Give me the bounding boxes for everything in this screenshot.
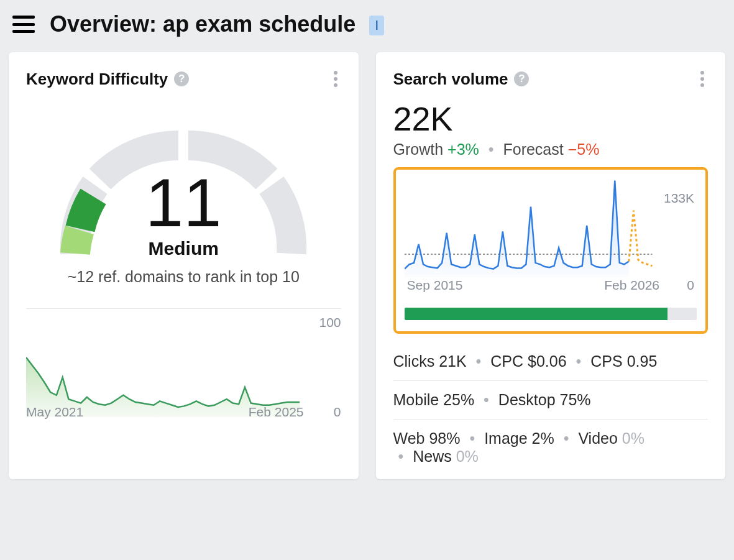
kd-label: Medium [149, 238, 219, 259]
sv-growth-line: Growth +3% • Forecast −5% [393, 140, 709, 158]
help-icon[interactable]: ? [514, 71, 529, 86]
sv-reliability-bar [405, 308, 697, 320]
sv-clicks-row: Clicks 21K • CPC $0.06 • CPS 0.95 [393, 342, 709, 381]
sv-sourcetype-row: Web 98% • Image 2% • Video 0% • News 0% [393, 420, 709, 466]
keyword-difficulty-card: Keyword Difficulty ? 11 Med [9, 52, 359, 479]
kd-value: 11 [145, 168, 221, 237]
more-menu-icon[interactable] [330, 67, 341, 91]
kd-gauge: 11 Medium ~12 ref. domains to rank in to… [26, 99, 341, 286]
kd-subtext: ~12 ref. domains to rank in top 10 [68, 268, 300, 286]
sv-value: 22K [393, 99, 709, 138]
sv-device-row: Mobile 25% • Desktop 75% [393, 381, 709, 420]
sv-card-title: Search volume [393, 70, 508, 89]
intent-badge: I [369, 16, 384, 35]
kd-card-title: Keyword Difficulty [26, 70, 168, 89]
help-icon[interactable]: ? [174, 71, 189, 86]
kd-trend-chart[interactable]: 100 May 2021 Feb 2025 0 [26, 318, 341, 420]
hamburger-menu-icon[interactable] [12, 16, 35, 33]
more-menu-icon[interactable] [697, 67, 708, 91]
page-title: Overview: ap exam schedule I [50, 11, 384, 37]
search-volume-card: Search volume ? 22K Growth +3% • Forecas… [376, 52, 726, 479]
sv-trend-chart[interactable]: 133K Sep 2015 Feb 2026 0 [405, 178, 697, 290]
sv-chart-highlight: 133K Sep 2015 Feb 2026 0 [393, 167, 709, 334]
